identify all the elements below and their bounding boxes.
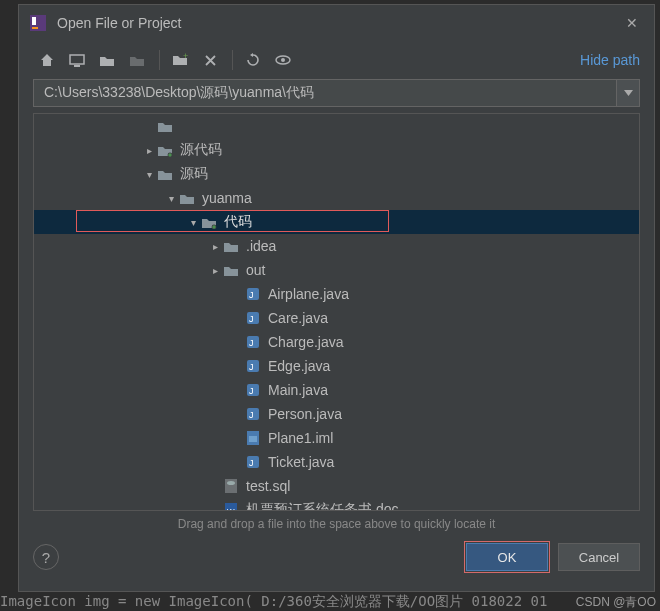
project-folder-icon[interactable]: [93, 48, 121, 72]
svg-text:W: W: [227, 507, 235, 510]
delete-icon[interactable]: [196, 48, 224, 72]
chevron-right-icon[interactable]: ▸: [208, 241, 222, 252]
java-icon: J: [244, 309, 262, 327]
tree-item-label: 源码: [180, 165, 208, 183]
path-dropdown-button[interactable]: [616, 79, 640, 107]
home-icon[interactable]: [33, 48, 61, 72]
folder-dot-icon: [200, 213, 218, 231]
tree-item-label: Care.java: [268, 310, 328, 326]
tree-item-label: Airplane.java: [268, 286, 349, 302]
tree-item-label: 机票预订系统任务书.doc: [246, 501, 398, 510]
tree-item-label: Plane1.iml: [268, 430, 333, 446]
tree-item-label: 代码: [224, 213, 252, 231]
svg-rect-1: [32, 17, 36, 25]
svg-rect-25: [249, 436, 257, 442]
show-hidden-icon[interactable]: [269, 48, 297, 72]
svg-point-9: [168, 153, 171, 156]
doc-icon: W: [222, 501, 240, 510]
tree-row[interactable]: ▾yuanma: [34, 186, 639, 210]
folder-icon: [156, 165, 174, 183]
java-icon: J: [244, 381, 262, 399]
toolbar-separator: [159, 50, 160, 70]
svg-text:J: J: [249, 386, 254, 396]
tree-row[interactable]: JMain.java: [34, 378, 639, 402]
tree-row[interactable]: JCare.java: [34, 306, 639, 330]
tree-row[interactable]: ▸.idea: [34, 234, 639, 258]
svg-text:J: J: [249, 458, 254, 468]
dialog-title: Open File or Project: [57, 15, 618, 31]
close-icon[interactable]: ✕: [618, 15, 646, 31]
tree-row[interactable]: [34, 114, 639, 138]
folder-icon: [222, 261, 240, 279]
toolbar-separator: [232, 50, 233, 70]
chevron-right-icon[interactable]: ▸: [208, 265, 222, 276]
tree-item-label: Charge.java: [268, 334, 344, 350]
chevron-down-icon[interactable]: ▾: [186, 217, 200, 228]
drop-hint: Drag and drop a file into the space abov…: [19, 511, 654, 533]
java-icon: J: [244, 357, 262, 375]
svg-point-7: [281, 58, 285, 62]
svg-text:J: J: [249, 362, 254, 372]
sql-icon: [222, 477, 240, 495]
desktop-icon[interactable]: [63, 48, 91, 72]
new-folder-icon[interactable]: +: [166, 48, 194, 72]
tree-item-label: Main.java: [268, 382, 328, 398]
hide-path-link[interactable]: Hide path: [580, 52, 640, 68]
tree-item-label: 源代码: [180, 141, 222, 159]
tree-row[interactable]: ▾代码: [34, 210, 639, 234]
app-icon: [29, 14, 47, 32]
svg-rect-2: [32, 27, 38, 29]
java-icon: J: [244, 453, 262, 471]
folder-icon: [178, 189, 196, 207]
tree-row[interactable]: JTicket.java: [34, 450, 639, 474]
watermark: CSDN @青OO: [576, 594, 656, 611]
tree-row[interactable]: W机票预订系统任务书.doc: [34, 498, 639, 510]
svg-text:J: J: [249, 290, 254, 300]
java-icon: J: [244, 285, 262, 303]
button-bar: ? OK Cancel: [19, 533, 654, 585]
tree-item-label: test.sql: [246, 478, 290, 494]
chevron-right-icon[interactable]: ▸: [142, 145, 156, 156]
chevron-down-icon[interactable]: ▾: [142, 169, 156, 180]
tree-row[interactable]: JAirplane.java: [34, 282, 639, 306]
file-tree[interactable]: ▸源代码▾源码▾yuanma▾代码▸.idea▸outJAirplane.jav…: [34, 114, 639, 510]
path-input[interactable]: [33, 79, 616, 107]
file-tree-panel: ▸源代码▾源码▾yuanma▾代码▸.idea▸outJAirplane.jav…: [33, 113, 640, 511]
tree-row[interactable]: test.sql: [34, 474, 639, 498]
tree-row[interactable]: JEdge.java: [34, 354, 639, 378]
svg-point-29: [227, 481, 235, 485]
svg-rect-4: [74, 65, 80, 67]
open-file-dialog: Open File or Project ✕ + Hide path ▸源代码▾…: [18, 4, 655, 592]
svg-point-11: [212, 225, 215, 228]
svg-rect-3: [70, 55, 84, 64]
svg-text:J: J: [249, 410, 254, 420]
module-folder-icon: [123, 48, 151, 72]
tree-row[interactable]: ▾源码: [34, 162, 639, 186]
iml-icon: [244, 429, 262, 447]
tree-row[interactable]: Plane1.iml: [34, 426, 639, 450]
tree-row[interactable]: JPerson.java: [34, 402, 639, 426]
chevron-down-icon[interactable]: ▾: [164, 193, 178, 204]
folder-dot-icon: [156, 141, 174, 159]
folder-icon: [156, 117, 174, 135]
java-icon: J: [244, 333, 262, 351]
tree-row[interactable]: ▸out: [34, 258, 639, 282]
tree-row[interactable]: ▸源代码: [34, 138, 639, 162]
ok-button[interactable]: OK: [466, 543, 548, 571]
tree-item-label: Ticket.java: [268, 454, 334, 470]
svg-text:+: +: [183, 53, 188, 61]
background-code: ImageIcon img = new ImageIcon( D:/360安全浏…: [0, 593, 547, 611]
path-bar: [33, 79, 640, 107]
tree-item-label: out: [246, 262, 265, 278]
help-button[interactable]: ?: [33, 544, 59, 570]
titlebar: Open File or Project ✕: [19, 5, 654, 41]
refresh-icon[interactable]: [239, 48, 267, 72]
tree-row[interactable]: JCharge.java: [34, 330, 639, 354]
toolbar: + Hide path: [19, 41, 654, 79]
tree-item-label: Person.java: [268, 406, 342, 422]
tree-item-label: Edge.java: [268, 358, 330, 374]
folder-icon: [222, 237, 240, 255]
svg-text:J: J: [249, 314, 254, 324]
cancel-button[interactable]: Cancel: [558, 543, 640, 571]
tree-item-label: .idea: [246, 238, 276, 254]
